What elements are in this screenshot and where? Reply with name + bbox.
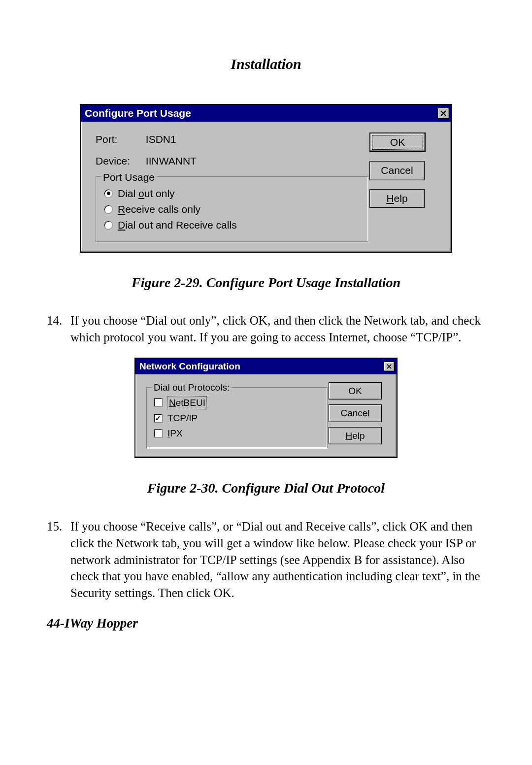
radio-icon (104, 189, 113, 198)
group-port-usage: Port Usage Dial out only Receive calls o… (96, 176, 368, 242)
help-button[interactable]: Help (329, 427, 382, 445)
step-text: If you choose “Receive calls”, or “Dial … (70, 518, 485, 601)
ok-button[interactable]: OK (369, 133, 426, 152)
titlebar: Configure Port Usage (81, 105, 451, 122)
port-value: ISDN1 (146, 133, 176, 145)
checkbox-label: IPX (167, 427, 183, 440)
ok-button[interactable]: OK (329, 382, 382, 400)
port-label: Port: (96, 133, 143, 146)
step-text: If you choose “Dial out only”, click OK,… (70, 312, 485, 346)
checkbox-icon (154, 398, 163, 407)
dialog-title: Network Configuration (139, 360, 240, 373)
checkbox-netbeui[interactable]: NetBEUI (154, 396, 320, 410)
device-label: Device: (96, 154, 143, 168)
close-icon[interactable] (437, 108, 449, 119)
checkbox-tcpip[interactable]: ✓ TCP/IP (154, 412, 320, 425)
close-icon[interactable] (384, 362, 395, 371)
radio-label: Dial out and Receive calls (118, 218, 237, 232)
dialog-network-configuration: Network Configuration Dial out Protocols… (134, 358, 398, 459)
checkbox-ipx[interactable]: IPX (154, 427, 320, 440)
group-legend: Port Usage (101, 170, 157, 184)
step-number: 15. (47, 518, 70, 601)
radio-dial-out-and-receive[interactable]: Dial out and Receive calls (104, 218, 360, 232)
radio-label: Receive calls only (118, 202, 200, 216)
checkbox-label: NetBEUI (167, 396, 207, 410)
list-item: 15. If you choose “Receive calls”, or “D… (47, 518, 485, 601)
help-button[interactable]: Help (369, 189, 425, 208)
figure-caption-30: Figure 2-30. Configure Dial Out Protocol (47, 479, 485, 498)
radio-receive-calls-only[interactable]: Receive calls only (104, 202, 360, 216)
radio-icon (104, 205, 113, 214)
page-footer: 44-IWay Hopper (47, 614, 485, 632)
radio-icon (104, 221, 113, 230)
radio-dial-out-only[interactable]: Dial out only (104, 187, 360, 200)
titlebar: Network Configuration (135, 359, 397, 374)
device-value: IINWANNT (146, 155, 197, 166)
radio-label: Dial out only (118, 187, 175, 200)
page-title: Installation (47, 54, 485, 74)
group-legend: Dial out Protocols: (152, 381, 232, 394)
checkbox-label: TCP/IP (167, 412, 198, 425)
cancel-button[interactable]: Cancel (369, 161, 425, 180)
checkbox-icon: ✓ (154, 414, 163, 423)
group-dial-out-protocols: Dial out Protocols: NetBEUI ✓ TCP/IP IPX (146, 387, 328, 449)
dialog-title: Configure Port Usage (85, 106, 191, 120)
figure-caption-29: Figure 2-29. Configure Port Usage Instal… (47, 273, 485, 292)
dialog-configure-port-usage: Configure Port Usage Port: ISDN1 Device:… (80, 104, 452, 253)
step-number: 14. (47, 312, 70, 346)
cancel-button[interactable]: Cancel (329, 404, 382, 422)
checkbox-icon (154, 429, 163, 438)
list-item: 14. If you choose “Dial out only”, click… (47, 312, 485, 346)
